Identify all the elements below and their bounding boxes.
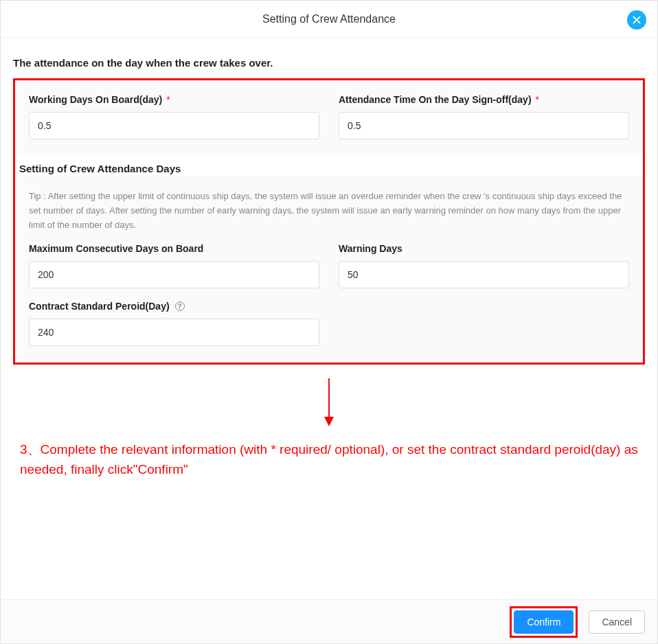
- warning-days-input[interactable]: [339, 261, 629, 288]
- dialog-body: The attendance on the day when the crew …: [1, 38, 657, 599]
- confirm-button[interactable]: Confirm: [514, 610, 574, 634]
- settings-dialog: Setting of Crew Attendance The attendanc…: [0, 0, 658, 644]
- takeover-panel: Working Days On Board(day) * Attendance …: [16, 82, 642, 153]
- working-days-input[interactable]: [29, 112, 319, 139]
- close-button[interactable]: [627, 10, 646, 30]
- annotation-arrow: [13, 378, 645, 426]
- annotation-instruction: 3、Complete the relevant information (wit…: [20, 440, 638, 479]
- label-text: Working Days On Board(day): [29, 94, 162, 105]
- dialog-header: Setting of Crew Attendance: [1, 1, 657, 38]
- dialog-title: Setting of Crew Attendance: [262, 13, 396, 25]
- help-icon[interactable]: ?: [175, 301, 185, 311]
- attendance-days-panel: Tip : After setting the upper limit of c…: [16, 176, 642, 361]
- label-text: Maximum Consecutive Days on Board: [29, 243, 203, 254]
- required-mark: *: [536, 94, 539, 105]
- label-text: Attendance Time On the Day Sign-off(day): [339, 94, 532, 105]
- signoff-attendance-label: Attendance Time On the Day Sign-off(day)…: [339, 94, 629, 105]
- arrow-down-icon: [321, 378, 337, 426]
- section-days-title: Setting of Crew Attendance Days: [16, 163, 642, 174]
- label-text: Warning Days: [339, 243, 402, 254]
- section-takeover-title: The attendance on the day when the crew …: [13, 57, 645, 69]
- max-consecutive-input[interactable]: [29, 261, 319, 288]
- contract-period-label: Contract Standard Peroid(Day) ?: [29, 301, 319, 312]
- contract-period-input[interactable]: [29, 319, 319, 346]
- warning-days-label: Warning Days: [339, 243, 629, 254]
- working-days-label: Working Days On Board(day) *: [29, 94, 319, 105]
- close-icon: [632, 15, 642, 25]
- dialog-footer: Confirm Cancel: [1, 599, 657, 643]
- svg-marker-1: [324, 417, 334, 426]
- annotation-confirm-highlight: Confirm: [510, 606, 578, 638]
- annotation-highlight-box: Working Days On Board(day) * Attendance …: [13, 78, 645, 365]
- required-mark: *: [166, 94, 170, 105]
- tip-text: Tip : After setting the upper limit of c…: [29, 189, 629, 232]
- label-text: Contract Standard Peroid(Day): [29, 301, 170, 312]
- cancel-button[interactable]: Cancel: [589, 610, 645, 634]
- signoff-attendance-input[interactable]: [339, 112, 629, 139]
- max-consecutive-label: Maximum Consecutive Days on Board: [29, 243, 319, 254]
